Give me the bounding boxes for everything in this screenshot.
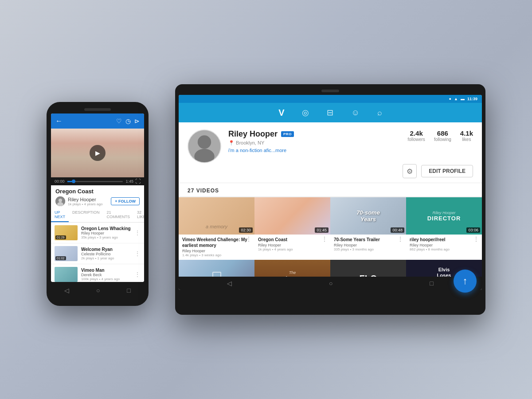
settings-button[interactable]: ⚙: [403, 164, 417, 178]
tab-description[interactable]: DESCRIPTION: [69, 208, 103, 222]
recents-nav-icon[interactable]: □: [430, 280, 433, 287]
video-info: Welcome Ryan Celeste Pollicino 2k plays …: [81, 247, 131, 260]
activity-icon[interactable]: ☺: [351, 108, 359, 117]
heart-icon[interactable]: ♡: [116, 117, 122, 125]
video-card[interactable]: FLO hotspcs FLO: [330, 260, 406, 277]
following-label: following: [434, 137, 451, 142]
list-item[interactable]: Vimeo Man Derek Beck 100k plays • 4 year…: [51, 264, 144, 282]
video-title: riley hooper//reel: [410, 237, 478, 243]
home-nav-icon[interactable]: ○: [96, 287, 100, 294]
tab-likes[interactable]: 32 LIKES: [133, 208, 144, 222]
video-author: Derek Beck: [81, 273, 131, 277]
stat-following: 686 following: [434, 129, 451, 142]
more-icon[interactable]: ⋮: [134, 229, 141, 236]
clock-icon[interactable]: ◷: [125, 117, 131, 125]
more-icon[interactable]: ⋮: [473, 235, 479, 243]
video-info: Vimeo Man Derek Beck 100k plays • 4 year…: [81, 268, 131, 281]
phone-video-title-section: Oregon Coast Riley Hooper 1k pla: [51, 185, 144, 208]
video-title: Vimeo Weekend Challenge: My earliest mem…: [182, 237, 251, 248]
back-nav-icon[interactable]: ◁: [64, 287, 69, 294]
video-thumbnail: The Love Box: [254, 260, 330, 277]
phone-author-time: 1k plays • 4 years ago: [68, 202, 102, 206]
video-thumbnail: [55, 267, 78, 282]
video-info: Vimeo Weekend Challenge: My earliest mem…: [179, 235, 254, 260]
edit-profile-button[interactable]: EDIT PROFILE: [421, 165, 473, 177]
more-icon[interactable]: ⋮: [134, 250, 141, 257]
video-thumbnail: a memory 02:30: [179, 197, 254, 235]
profile-stats: 2.4k followers 686 following 4.1k likes: [407, 129, 473, 142]
phone-top-bar: ← ♡ ◷ ⊳: [51, 113, 144, 129]
video-duration: 03:06: [466, 227, 480, 233]
more-icon[interactable]: ⋮: [321, 235, 328, 243]
profile-right-panel: 2.4k followers 686 following 4.1k likes: [403, 129, 473, 178]
tablet-nav-bar: V ◎ ⊟ ☺ ⌕: [179, 103, 482, 122]
pro-badge: PRO: [281, 131, 294, 137]
phone-tabs: UP NEXT DESCRIPTION 21 COMMENTS 32 LIKES: [51, 208, 144, 223]
phone-screen: ← ♡ ◷ ⊳ ▶ 00:00 1:45 ⛶: [51, 113, 144, 282]
video-meta: 100k plays • 4 years ago: [81, 277, 131, 281]
video-info: riley hooper//reel Riley Hooper 862 play…: [406, 235, 482, 254]
tab-comments[interactable]: 21 COMMENTS: [103, 208, 134, 222]
following-value: 686: [434, 129, 451, 137]
video-card[interactable]: Riley Hooper DIRECTOR 03:06 riley hooper…: [406, 197, 482, 260]
phone-top-icons: ♡ ◷ ⊳: [116, 117, 140, 125]
follow-button[interactable]: + FOLLOW: [111, 197, 140, 205]
share-icon[interactable]: ⊳: [134, 117, 140, 125]
back-nav-icon[interactable]: ◁: [227, 280, 232, 287]
search-icon[interactable]: ⌕: [377, 108, 382, 117]
video-card[interactable]: 70-someYears 00:48 70-Some Years Trailer…: [330, 197, 406, 260]
phone-progress-fill: [67, 181, 72, 182]
video-card[interactable]: a memory 02:30 Vimeo Weekend Challenge: …: [179, 197, 254, 260]
director-label: DIRECTOR: [427, 215, 461, 222]
video-thumbnail: Riley Hooper DIRECTOR 03:06: [406, 197, 482, 235]
video-thumbnail: 70-someYears 00:48: [330, 197, 406, 235]
phone-progress-track[interactable]: [67, 181, 123, 182]
phone-progress-row: 00:00 1:45 ⛶: [51, 177, 144, 185]
home-nav-icon[interactable]: ○: [329, 280, 332, 287]
video-card[interactable]: [179, 260, 254, 277]
list-item[interactable]: 01:29 Oregon Lens Whacking Riley Hooper …: [51, 223, 144, 243]
back-icon[interactable]: ←: [55, 117, 63, 125]
likes-value: 4.1k: [460, 129, 473, 137]
profile-name: Riley Hooper: [228, 129, 278, 139]
video-author: Riley Hooper: [81, 231, 131, 235]
video-meta: 862 plays • 8 months ago: [410, 247, 478, 251]
video-thumbnail: 01:02: [55, 246, 78, 261]
scene: ← ♡ ◷ ⊳ ▶ 00:00 1:45 ⛶: [47, 84, 485, 315]
phone-list: 01:29 Oregon Lens Whacking Riley Hooper …: [51, 223, 144, 282]
phone-video-area[interactable]: ▶: [51, 129, 144, 177]
video-meta: 1.4k plays • 3 weeks ago: [182, 253, 251, 257]
fullscreen-icon[interactable]: ⛶: [135, 178, 141, 184]
video-card[interactable]: 01:45 Oregon Coast Riley Hooper 1k plays…: [254, 197, 330, 260]
video-info: 70-Some Years Trailer Riley Hooper 335 p…: [330, 235, 406, 254]
phone-bottom-bar: ◁ ○ □: [51, 282, 144, 298]
phone-device: ← ♡ ◷ ⊳ ▶ 00:00 1:45 ⛶: [47, 102, 149, 306]
more-icon[interactable]: ⋮: [397, 235, 403, 243]
tablet-profile-info: Riley Hooper PRO 📍 Brooklyn, NY i'm a no…: [228, 129, 395, 153]
upload-fab[interactable]: ↑: [454, 270, 477, 293]
video-duration: 01:29: [55, 235, 66, 239]
list-item[interactable]: 01:02 Welcome Ryan Celeste Pollicino 2k …: [51, 243, 144, 264]
bio-more-link[interactable]: more: [275, 148, 286, 153]
play-button[interactable]: ▶: [90, 145, 106, 161]
video-author: Riley Hooper: [410, 243, 478, 247]
explore-icon[interactable]: ◎: [302, 108, 309, 117]
video-card[interactable]: The Love Box The Love Box: [254, 260, 330, 277]
battery-icon: ▬: [461, 97, 465, 101]
more-icon[interactable]: ⋮: [134, 271, 141, 278]
video-thumbnail: 01:29: [55, 225, 78, 240]
videos-count-header: 27 VIDEOS: [179, 183, 482, 197]
recents-nav-icon[interactable]: □: [127, 287, 130, 294]
profile-bio: i'm a non-fiction afic...more: [228, 148, 395, 153]
tablet-content: Riley Hooper PRO 📍 Brooklyn, NY i'm a no…: [179, 122, 482, 277]
phone-author-info: Riley Hooper 1k plays • 4 years ago: [55, 196, 102, 206]
video-info: Oregon Lens Whacking Riley Hooper 35k pl…: [81, 226, 131, 239]
profile-actions: ⚙ EDIT PROFILE: [403, 164, 473, 178]
video-title: Welcome Ryan: [81, 247, 131, 252]
video-meta: 1k plays • 4 years ago: [258, 247, 327, 251]
tab-up-next[interactable]: UP NEXT: [51, 208, 69, 222]
watch-later-icon[interactable]: ⊟: [327, 108, 333, 117]
video-duration: 01:02: [55, 256, 66, 260]
vimeo-logo-icon[interactable]: V: [278, 108, 284, 118]
more-icon[interactable]: ⋮: [246, 235, 252, 243]
